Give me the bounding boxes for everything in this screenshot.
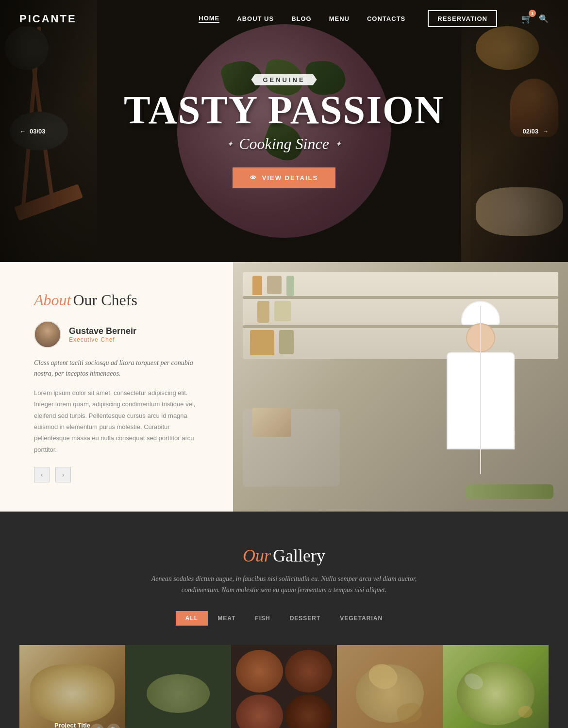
nav-home[interactable]: HOME: [199, 15, 219, 23]
about-quote: Class aptent taciti sociosqu ad litora t…: [34, 358, 204, 380]
cart-count: 1: [529, 10, 536, 17]
about-prev-btn[interactable]: ‹: [34, 467, 50, 482]
hero-subtitle: ✦ Cooking Since ✦: [124, 135, 444, 153]
hero-genuine-badge: GENUINE: [251, 74, 317, 85]
gallery-heading-italic: Our: [243, 546, 271, 565]
gallery-item-overlay-2: [125, 645, 231, 728]
hero-slide-count-right: 02/03: [522, 128, 538, 135]
filter-vegetarian[interactable]: VEGETARIAN: [330, 611, 392, 626]
shelf-item-7: [279, 330, 294, 354]
hero-slide-count-left: 03/03: [30, 128, 46, 135]
chef-info: Gustave Berneir Executive Chef: [69, 326, 136, 343]
hero-cta-label: VIEW DETAILS: [262, 174, 318, 182]
navigation: PICANTE HOME ABOUT US BLOG MENU CONTACTS…: [0, 0, 568, 37]
chef-name: Gustave Berneir: [69, 326, 136, 336]
about-heading-italic: About: [34, 291, 71, 309]
gallery-item-3[interactable]: [231, 645, 337, 728]
gallery-heading-regular: Gallery: [273, 546, 325, 565]
chef-coat: [447, 352, 515, 449]
nav-blog[interactable]: BLOG: [291, 15, 312, 22]
eye-icon: 👁: [250, 174, 257, 182]
gallery-item-actions-1: 🔗 🔍: [90, 724, 120, 728]
nav-contacts[interactable]: CONTACTS: [367, 15, 405, 22]
arrow-left-icon: ←: [19, 128, 26, 135]
shelf-item-3: [286, 276, 294, 296]
arrow-right-icon: →: [542, 128, 549, 135]
about-carousel-controls: ‹ ›: [34, 467, 204, 482]
gallery-item-overlay-3: [231, 645, 337, 728]
site-logo: PICANTE: [19, 13, 77, 25]
gallery-item-overlay-4: [337, 645, 443, 728]
nav-about[interactable]: ABOUT US: [237, 15, 274, 22]
cart-button[interactable]: 🛒 1: [521, 14, 532, 24]
shelf-1: [243, 296, 558, 299]
about-body-text: Lorem ipsum dolor sit amet, consectetur …: [34, 387, 204, 455]
filter-all[interactable]: ALL: [176, 611, 208, 626]
food-on-counter: [466, 484, 553, 499]
gallery-link-btn-1[interactable]: 🔗: [90, 724, 104, 728]
nav-icon-group: 🛒 1 🔍: [521, 14, 549, 24]
about-heading-regular: Our Chefs: [73, 291, 137, 309]
gallery-item-overlay-1: Project Title GRAPHIC DESIGN: [19, 645, 125, 728]
gallery-grid: Project Title GRAPHIC DESIGN 🔗 🔍: [19, 645, 549, 728]
hero-title: TASTY PASSION: [124, 90, 444, 130]
shelf-item-6: [250, 330, 274, 355]
kitchen-pot: [252, 408, 291, 437]
chef-visual: [422, 301, 539, 512]
about-section: About Our Chefs Gustave Berneir Executiv…: [0, 262, 568, 512]
gallery-item-title-1: Project Title GRAPHIC DESIGN: [48, 722, 97, 728]
shelf-item-2: [267, 276, 282, 294]
hero-cta-button[interactable]: 👁 VIEW DETAILS: [233, 167, 335, 188]
shelf-item-1: [252, 276, 262, 295]
gallery-item-2[interactable]: [125, 645, 231, 728]
subtitle-deco-right: ✦: [335, 139, 341, 149]
shelf-item-5: [274, 301, 291, 321]
hero-section: ← 03/03 02/03 → GENUINE TASTY PASSION ✦ …: [0, 0, 568, 262]
nav-menu[interactable]: MENU: [329, 15, 350, 22]
hero-subtitle-text: Cooking Since: [239, 135, 329, 153]
gallery-item-overlay-5: [443, 645, 549, 728]
nav-links: HOME ABOUT US BLOG MENU CONTACTS RESERVA…: [199, 10, 549, 27]
gallery-item-4[interactable]: [337, 645, 443, 728]
chef-avatar: [34, 321, 61, 348]
search-icon[interactable]: 🔍: [539, 14, 549, 23]
coat-button-line: [480, 306, 481, 474]
gallery-section: Our Gallery Aenean sodales dictum augue,…: [0, 512, 568, 728]
about-next-btn[interactable]: ›: [55, 467, 71, 482]
filter-meat[interactable]: MEAT: [208, 611, 245, 626]
gallery-search-btn-1[interactable]: 🔍: [107, 724, 120, 728]
hero-content: GENUINE TASTY PASSION ✦ Cooking Since ✦ …: [124, 74, 444, 188]
chef-title: Executive Chef: [69, 336, 136, 343]
filter-dessert[interactable]: DESSERT: [280, 611, 331, 626]
about-content: About Our Chefs Gustave Berneir Executiv…: [0, 262, 233, 512]
shelf-item-4: [257, 301, 269, 323]
hero-prev-btn[interactable]: ← 03/03: [19, 128, 46, 135]
chef-profile: Gustave Berneir Executive Chef: [34, 321, 204, 348]
filter-fish[interactable]: FISH: [245, 611, 280, 626]
gallery-item-5[interactable]: [443, 645, 549, 728]
gallery-heading: Our Gallery: [19, 546, 549, 566]
nav-reservation[interactable]: RESERVATION: [428, 10, 497, 27]
about-heading: About Our Chefs: [34, 291, 204, 309]
about-chef-image: [233, 262, 568, 512]
kitchen-background: [233, 262, 568, 512]
gallery-subtitle: Aenean sodales dictum augue, in faucibus…: [148, 574, 420, 596]
gallery-filter-group: ALL MEAT FISH DESSERT VEGETARIAN: [19, 611, 549, 626]
gallery-item-1[interactable]: Project Title GRAPHIC DESIGN 🔗 🔍: [19, 645, 125, 728]
subtitle-deco-left: ✦: [227, 139, 233, 149]
gallery-title-text-1: Project Title: [48, 722, 97, 728]
hero-next-btn[interactable]: 02/03 →: [522, 128, 549, 135]
